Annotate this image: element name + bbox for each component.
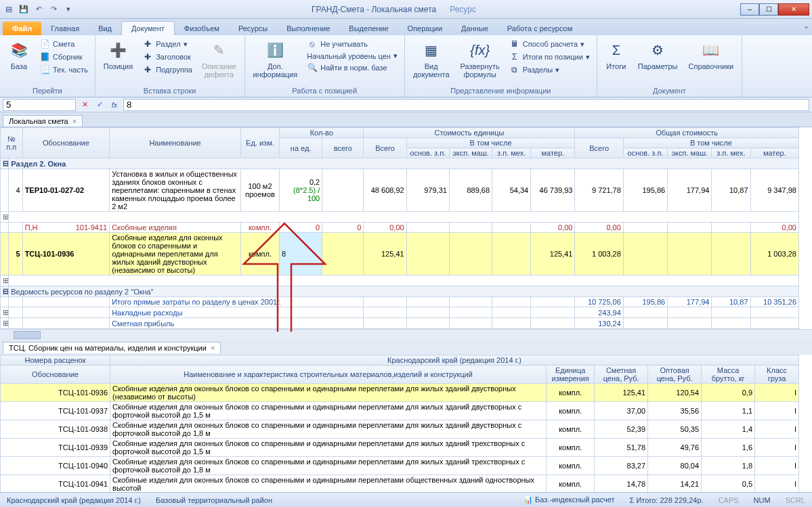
naiti-button[interactable]: 🔍Найти в норм. базе	[304, 62, 400, 74]
qat-save-icon[interactable]: 💾	[18, 3, 30, 16]
col-naim[interactable]: Наименование	[110, 128, 241, 158]
list-item[interactable]: ТСЦ-101-0938Скобяные изделия для оконных…	[1, 420, 799, 439]
smeta-button[interactable]: 📄Смета	[37, 38, 91, 50]
lcol-opt[interactable]: Оптовая цена, Руб.	[648, 366, 702, 384]
col-naed[interactable]: на ед.	[280, 138, 322, 158]
col-vsego[interactable]: всего	[322, 138, 364, 158]
position-button[interactable]: ➕Позиция	[100, 38, 137, 72]
col-mater[interactable]: матер.	[531, 148, 575, 158]
razdel-button[interactable]: ✚Раздел ▾	[140, 38, 195, 50]
name-box[interactable]	[3, 99, 76, 111]
col-osnzp[interactable]: основ. з.п.	[406, 148, 449, 158]
expand-row[interactable]: ⊞	[1, 275, 799, 286]
lcol-ed[interactable]: Единица измерения	[547, 366, 595, 384]
tab-fizobem[interactable]: Физобъем	[175, 22, 229, 35]
lcol-massa[interactable]: Масса брутто, кг	[702, 366, 755, 384]
tab-execution[interactable]: Выполнение	[277, 22, 339, 35]
close-button[interactable]: ✕	[778, 3, 809, 16]
dopinfo-button[interactable]: ℹ️Доп. информация	[249, 38, 302, 80]
razvernut-button[interactable]: {fx}Развернуть формулы	[456, 38, 504, 80]
doc-tab[interactable]: Локальная смета×	[3, 115, 83, 127]
zagolovok-button[interactable]: ✚Заголовок	[140, 51, 195, 63]
tab-selection[interactable]: Выделение	[339, 22, 398, 35]
col-zpmex2[interactable]: з.п. мех.	[712, 148, 750, 158]
close-tab-icon[interactable]: ×	[211, 344, 215, 352]
podgruppa-button[interactable]: ✚Подгруппа	[140, 64, 195, 76]
col-vtom2[interactable]: В том числе	[623, 138, 798, 148]
tab-operations[interactable]: Операции	[398, 22, 452, 35]
nachur-button[interactable]: Начальный уровень цен ▾	[304, 51, 400, 61]
param-button[interactable]: ⚙Параметры	[634, 38, 682, 72]
col-obsh[interactable]: Общая стоимость	[575, 128, 799, 138]
cancel-edit-icon[interactable]: ✕	[79, 99, 91, 111]
summary-row[interactable]: ⊞Сметная прибыль 130,24	[1, 318, 799, 329]
tab-document[interactable]: Документ	[121, 21, 175, 35]
tech-button[interactable]: 📃Тех. часть	[37, 64, 91, 76]
lcol-naim[interactable]: Наименование и характеристика строительн…	[110, 366, 547, 384]
close-tab-icon[interactable]: ×	[72, 117, 77, 125]
col-mater2[interactable]: матер.	[750, 148, 799, 158]
col-total2[interactable]: Всего	[575, 138, 623, 158]
main-grid[interactable]: № п.п Обоснование Наименование Ед. изм. …	[0, 127, 812, 340]
col-eksp2[interactable]: эксп. маш.	[668, 148, 712, 158]
section-row[interactable]: ⊟Раздел 2. Окна	[1, 158, 799, 169]
confirm-edit-icon[interactable]: ✓	[93, 99, 106, 111]
fx-icon[interactable]: fx	[108, 99, 121, 111]
col-ed[interactable]: Ед. изм.	[240, 128, 279, 158]
qat-app-icon[interactable]: ▤	[3, 3, 15, 16]
status-territory[interactable]: Базовый территориальный район	[153, 496, 275, 504]
lcol-smet[interactable]: Сметная цена, Руб.	[595, 366, 648, 384]
itogipos-button[interactable]: ΣИтоги по позиции ▾	[507, 51, 593, 63]
lcol-nom[interactable]: Номера расценок	[1, 355, 110, 366]
table-row[interactable]: 4 ТЕР10-01-027-02 Установка в жилых и об…	[1, 169, 799, 212]
qat-redo-icon[interactable]: ↷	[47, 3, 60, 16]
list-item[interactable]: ТСЦ-101-0936Скобяные изделия для оконных…	[1, 384, 799, 402]
sbornik-button[interactable]: 📘Сборник	[37, 51, 91, 63]
h-scrollbar[interactable]	[0, 329, 812, 340]
col-stoimed[interactable]: Стоимость единицы	[364, 128, 575, 138]
lcol-klass[interactable]: Класс груза	[755, 366, 799, 384]
razdely-button[interactable]: ⧉Разделы ▾	[507, 64, 593, 76]
lcol-obosn[interactable]: Обоснование	[1, 366, 110, 384]
list-item[interactable]: ТСЦ-101-0937Скобяные изделия для оконных…	[1, 402, 799, 420]
col-osnzp2[interactable]: основ. з.п.	[623, 148, 667, 158]
list-item[interactable]: ТСЦ-101-0941Скобяные изделия для оконных…	[1, 475, 799, 493]
tab-main[interactable]: Главная	[41, 22, 89, 35]
col-npp[interactable]: № п.п	[1, 128, 23, 158]
col-eksp[interactable]: эксп. маш.	[449, 148, 492, 158]
expand-row[interactable]: ⊞	[1, 212, 799, 223]
selected-row[interactable]: 5 ТСЦ-101-0936 Скобяные изделия для окон…	[1, 233, 799, 275]
base-button[interactable]: 📚База	[4, 38, 34, 72]
qat-more-icon[interactable]: ▾	[62, 3, 74, 16]
maximize-button[interactable]: ☐	[759, 3, 778, 16]
lower-doc-tab[interactable]: ТСЦ. Сборник цен на материалы, изделия и…	[3, 342, 221, 353]
tab-data[interactable]: Данные	[452, 22, 498, 35]
formula-input[interactable]	[123, 99, 809, 111]
lower-grid[interactable]: Номера расценокКраснодарский край (редак…	[0, 355, 812, 504]
file-tab[interactable]: Файл	[3, 22, 41, 35]
editing-cell[interactable]: 8	[280, 233, 322, 275]
itogi-button[interactable]: ΣИтоги	[601, 38, 631, 72]
tab-view[interactable]: Вид	[89, 22, 121, 35]
col-vtom[interactable]: В том числе	[406, 138, 575, 148]
tab-resources[interactable]: Ресурсы	[229, 22, 277, 35]
status-calc-mode[interactable]: 📊 Баз.-индексный расчет	[521, 495, 618, 504]
col-total[interactable]: Всего	[364, 138, 406, 158]
sposob-button[interactable]: 🖩Способ расчета ▾	[507, 38, 593, 50]
col-kolvo[interactable]: Кол-во	[280, 128, 364, 138]
ribbon-minimize-icon[interactable]: ⌃	[800, 23, 812, 35]
list-item[interactable]: ТСЦ-101-0939Скобяные изделия для оконных…	[1, 439, 799, 457]
linked-row[interactable]: П,Н 101-9411 Скобяные изделия компл. 0 0…	[1, 223, 799, 233]
summary-row[interactable]: ⊞Накладные расходы 243,94	[1, 307, 799, 318]
minimize-button[interactable]: –	[740, 3, 759, 16]
summary-row[interactable]: Итого прямые затраты по разделу в ценах …	[1, 297, 799, 307]
list-item[interactable]: ТСЦ-101-0940Скобяные изделия для оконных…	[1, 457, 799, 475]
col-zpmex[interactable]: з.п. мех.	[492, 148, 531, 158]
status-region[interactable]: Краснодарский край (редакция 2014 г.)	[4, 496, 144, 504]
sprav-button[interactable]: 📖Справочники	[684, 38, 738, 72]
vedomost-row[interactable]: ⊟Ведомость ресурсов по разделу 2 "Окна"	[1, 286, 799, 297]
col-obosn[interactable]: Обоснование	[22, 128, 110, 158]
viddoc-button[interactable]: ▦Вид документа	[409, 38, 454, 80]
qat-undo-icon[interactable]: ↶	[33, 3, 45, 16]
neuch-button[interactable]: ⦸Не учитывать	[304, 38, 400, 50]
